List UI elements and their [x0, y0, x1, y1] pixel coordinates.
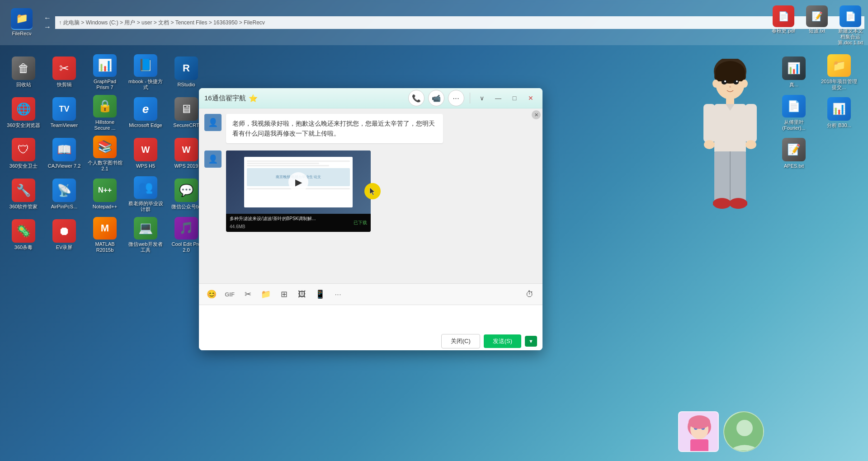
phone-icon: 📞	[412, 94, 421, 103]
chat-title: 16通信翟宇航 ⭐	[204, 94, 258, 103]
close-chat-button[interactable]: 关闭(C)	[441, 334, 480, 348]
video-preview[interactable]: 南京晚报·电视台毕业生·论文 ▶ 多种升滤波来设/滤波/茶叶的BPSK调制解..…	[226, 151, 371, 232]
desktop-icon-rstudio[interactable]: R RStudio	[166, 52, 206, 92]
chat-input-field[interactable]	[199, 305, 542, 332]
category-button[interactable]: ⊞	[277, 287, 291, 301]
svg-point-7	[724, 80, 726, 82]
scissors-button[interactable]: ✂	[241, 287, 255, 301]
svg-point-5	[722, 80, 727, 85]
svg-point-29	[689, 415, 710, 429]
image-icon: 🖼	[298, 290, 306, 299]
svg-point-17	[745, 140, 756, 149]
nav-forward[interactable]: →	[44, 23, 51, 31]
desktop-icon-360guard[interactable]: 🛡 360安全卫士	[4, 134, 43, 174]
desktop-icon-personpic[interactable]: 📚 个人数字图书馆2.1	[85, 134, 125, 174]
desktop-icon-graphpad[interactable]: 📊 GraphPad Prism 7	[85, 52, 125, 92]
taskbar-item-filerecv[interactable]: 📁 FileRecv	[4, 6, 40, 38]
message-bubble: 老师，我视频录好啦，抱歉这么晚还来打扰您，您最近太辛苦了，您明天看有什么问题我再…	[226, 114, 443, 143]
desktop-icon-wechat-dev[interactable]: 💻 微信web开发者工具	[126, 215, 165, 255]
chat-messages-area[interactable]: ✕ 👤 老师，我视频录好啦，抱歉这么晚还来打扰您，您最近太辛苦了，您明天看有什么…	[199, 108, 542, 283]
more2-button[interactable]: ···	[331, 287, 345, 301]
send-button[interactable]: 发送(S)	[484, 334, 521, 348]
send-dropdown-button[interactable]: ▼	[525, 336, 537, 347]
taskbar-right: 📄 春秋史.pdf 📝 短波.txt 📄 新建文本文档集合运算.doc 1.tx…	[769, 0, 868, 45]
desktop-icon-hillstone[interactable]: 🔒 Hillstone Secure ...	[85, 93, 125, 133]
taskbar-item-xinjianwen[interactable]: 📄 新建文本文档集合运算.doc 1.txt	[835, 4, 866, 48]
desktop-icon-right-caz[interactable]: 📊 真...	[774, 52, 814, 92]
category-icon: ⊞	[281, 289, 288, 299]
taskbar-nav-area: ← →	[41, 12, 54, 33]
desktop-icons-right: 📊 真... 📁 2018年项目管理提交... 📄 从傅里叶(Fourier).…	[769, 49, 868, 461]
address-text: 此电脑 > Windows (C:) > 用户 > user > 文档 > Te…	[63, 19, 265, 27]
desktop-icon-cajviewer[interactable]: 📖 CAJViewer 7.2	[44, 134, 84, 174]
clock-icon: ⏱	[526, 290, 534, 299]
desktop-icon-airpin[interactable]: 📡 AirPinPcS...	[44, 174, 84, 214]
chat-titlebar: 16通信翟宇航 ⭐ 📞 📹 ··· ∨ — □	[199, 88, 542, 108]
collapse-button[interactable]: ∨	[476, 92, 488, 104]
desktop-icon-fourier[interactable]: 📄 从傅里叶(Fourier)...	[774, 93, 814, 133]
gif-button[interactable]: GIF	[222, 287, 237, 301]
chat-window: 16通信翟宇航 ⭐ 📞 📹 ··· ∨ — □	[199, 88, 542, 350]
divider	[470, 93, 470, 103]
desktop-icon-notepadpp[interactable]: N++ Notepad++	[85, 174, 125, 214]
desktop-icon-apes[interactable]: 📝 APES.txt	[774, 134, 814, 174]
desktop-icon-360kill[interactable]: 🦠 360杀毒	[4, 215, 43, 255]
image-button[interactable]: 🖼	[295, 287, 309, 301]
maximize-icon: □	[513, 94, 516, 102]
chat-input-area: 关闭(C) 发送(S) ▼	[199, 305, 542, 350]
nav-back[interactable]: ←	[44, 14, 51, 22]
phone2-button[interactable]: 📱	[313, 287, 327, 301]
svg-rect-4	[715, 72, 745, 81]
more-options-button[interactable]: ···	[448, 90, 464, 106]
emoji-button[interactable]: 😊	[204, 287, 219, 301]
avatar-icon-2: 👤	[208, 154, 218, 164]
scissors-icon: ✂	[245, 289, 251, 299]
desktop-icon-quickcut[interactable]: ✂ 快剪辑	[44, 52, 84, 92]
desktop-icon-360browser[interactable]: 🌐 360安全浏览器	[4, 93, 43, 133]
taskbar-item-chunqiushi[interactable]: 📄 春秋史.pdf	[768, 4, 799, 48]
video-message-avatar: 👤	[204, 151, 222, 168]
svg-rect-30	[690, 439, 708, 452]
chat-action-buttons: 📞 📹 ···	[408, 90, 464, 106]
desktop-icon-cailaoshi[interactable]: 👥 蔡老师的毕业设计群	[126, 174, 165, 214]
slide-line	[247, 163, 319, 164]
desktop-icons-left: 🗑 回收站 ✂ 快剪辑 📊 GraphPad Prism 7 📘 mbook -…	[0, 49, 203, 461]
folder-button[interactable]: 📁	[259, 287, 273, 301]
maximize-button[interactable]: □	[508, 92, 521, 104]
close-button[interactable]: ✕	[524, 92, 537, 104]
minimize-button[interactable]: —	[492, 92, 505, 104]
desktop-icon-matlab[interactable]: M MATLAB R2015b	[85, 215, 125, 255]
video-title-area: 多种升滤波来设/滤波/茶叶的BPSK调制解... 44.6MB	[230, 216, 316, 230]
desktop-icon-2018proj[interactable]: 📁 2018年项目管理提交...	[819, 52, 859, 92]
avatar-girl[interactable]	[678, 411, 719, 452]
svg-rect-13	[714, 104, 746, 154]
bottom-character-avatars	[678, 411, 764, 452]
panel-close-btn[interactable]: ✕	[532, 110, 541, 119]
desktop-icon-wpsh5[interactable]: W WPS H5	[126, 134, 165, 174]
chat-star-icon: ⭐	[249, 94, 258, 103]
video-status-text: 已下载	[354, 220, 367, 226]
taskbar-item-duanbo[interactable]: 📝 短波.txt	[801, 4, 833, 48]
collapse-icon: ∨	[480, 94, 484, 102]
svg-point-10	[712, 80, 719, 88]
video-call-button[interactable]: 📹	[428, 90, 444, 106]
desktop-icon-analysis[interactable]: 📊 分析 B30...	[819, 93, 859, 133]
desktop-icon-recycle[interactable]: 🗑 回收站	[4, 52, 43, 92]
desktop-icon-mbook[interactable]: 📘 mbook - 快捷方式	[126, 52, 165, 92]
svg-point-8	[736, 80, 738, 82]
desktop-icon-360soft[interactable]: 🔧 360软件管家	[4, 174, 43, 214]
nav-up-btn[interactable]: ↑	[59, 19, 61, 26]
desktop-icon-msedge[interactable]: e Microsoft Edge	[126, 93, 165, 133]
phone-call-button[interactable]: 📞	[408, 90, 425, 106]
folder-icon: 📁	[261, 289, 271, 299]
chat-input-footer: 关闭(C) 发送(S) ▼	[199, 332, 542, 350]
desktop-icon-ev-rec[interactable]: ⏺ EV录屏	[44, 215, 84, 255]
video-icon: 📹	[432, 94, 441, 103]
svg-rect-23	[729, 201, 747, 206]
time-icon-button[interactable]: ⏱	[523, 287, 537, 301]
play-button[interactable]: ▶	[288, 172, 308, 192]
dropdown-icon: ▼	[528, 339, 533, 344]
svg-point-6	[733, 80, 739, 85]
desktop-icon-teamviewer[interactable]: TV TeamViewer	[44, 93, 84, 133]
avatar-round[interactable]	[723, 411, 764, 452]
